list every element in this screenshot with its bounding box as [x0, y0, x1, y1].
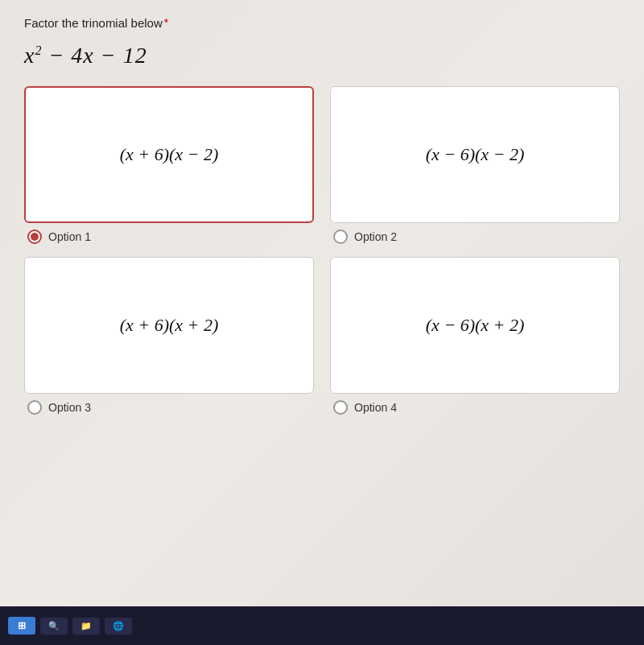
option-card-2[interactable]: (x − 6)(x − 2)	[330, 86, 620, 223]
option-label-row-3[interactable]: Option 3	[24, 400, 314, 415]
taskbar-search[interactable]: 🔍	[40, 618, 68, 635]
page-container: Factor the trinomial below * x2 − 4x − 1…	[0, 0, 644, 645]
question-label: Factor the trinomial below	[24, 16, 163, 30]
options-grid: (x + 6)(x − 2) Option 1 (x − 6)(x − 2) O…	[24, 86, 620, 415]
taskbar-app1[interactable]: 📁	[72, 618, 100, 635]
option-card-3-text: (x + 6)(x + 2)	[120, 313, 219, 338]
option-group-4: (x − 6)(x + 2) Option 4	[330, 257, 620, 415]
option-card-1-text: (x + 6)(x − 2)	[120, 143, 219, 167]
required-star: *	[164, 16, 168, 29]
radio-option-4[interactable]	[333, 400, 348, 415]
option-group-2: (x − 6)(x − 2) Option 2	[330, 86, 620, 244]
trinomial-expression: x2 − 4x − 12	[24, 43, 620, 68]
radio-option-1[interactable]	[27, 229, 42, 244]
option-3-label: Option 3	[48, 401, 91, 414]
start-button[interactable]: ⊞	[8, 617, 35, 635]
option-4-label: Option 4	[354, 401, 397, 414]
option-label-row-1[interactable]: Option 1	[24, 229, 314, 244]
option-card-4[interactable]: (x − 6)(x + 2)	[330, 257, 620, 394]
option-card-1[interactable]: (x + 6)(x − 2)	[24, 86, 314, 223]
question-header: Factor the trinomial below *	[24, 16, 620, 30]
option-label-row-4[interactable]: Option 4	[330, 400, 620, 415]
taskbar-app2[interactable]: 🌐	[105, 618, 132, 635]
option-group-1: (x + 6)(x − 2) Option 1	[24, 86, 314, 244]
option-card-4-text: (x − 6)(x + 2)	[426, 313, 525, 338]
taskbar: ⊞ 🔍 📁 🌐	[0, 606, 644, 645]
option-card-2-text: (x − 6)(x − 2)	[426, 143, 525, 167]
radio-option-3[interactable]	[27, 400, 42, 415]
option-2-label: Option 2	[354, 230, 397, 243]
radio-option-2[interactable]	[333, 229, 348, 244]
option-card-3[interactable]: (x + 6)(x + 2)	[24, 257, 314, 394]
option-group-3: (x + 6)(x + 2) Option 3	[24, 257, 314, 415]
option-1-label: Option 1	[48, 230, 91, 243]
option-label-row-2[interactable]: Option 2	[330, 229, 620, 244]
